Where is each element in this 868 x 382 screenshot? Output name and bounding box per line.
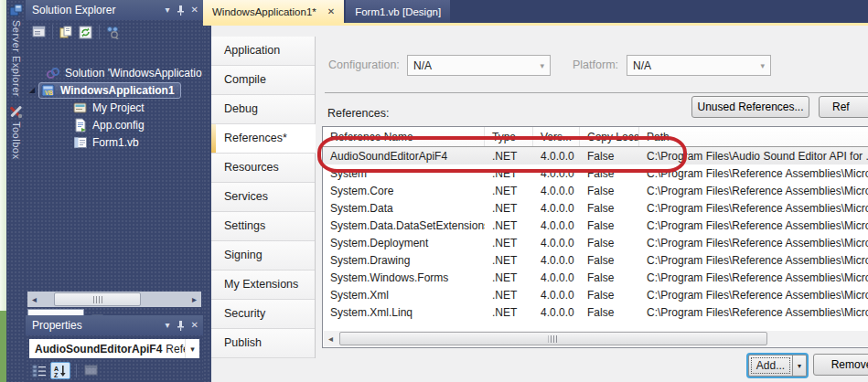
document-area: WindowsApplication1* ✕ Form1.vb [Design]…	[203, 0, 868, 382]
cell-version: 4.0.0.0	[533, 306, 580, 319]
document-tabstrip: WindowsApplication1* ✕ Form1.vb [Design]	[203, 0, 868, 23]
autohide-tab-bar: Server Explorer Toolbox	[6, 0, 26, 382]
doc-tab-label: Form1.vb [Design]	[355, 6, 441, 17]
tab-services[interactable]: Services	[211, 183, 315, 212]
tree-item-app-config[interactable]: App.config	[26, 116, 203, 133]
table-row[interactable]: System.Data .NET 4.0.0.0 False C:\Progra…	[323, 199, 868, 217]
solution-explorer-titlebar: Solution Explorer ▾ ✕	[26, 0, 203, 20]
tree-item-solution[interactable]: Solution 'WindowsApplicatio	[26, 64, 203, 81]
doc-tab-label: WindowsApplication1*	[212, 6, 316, 17]
window-position-menu-icon[interactable]: ▾	[166, 321, 170, 330]
tab-references[interactable]: References*	[211, 124, 316, 154]
cell-type: .NET	[485, 254, 533, 267]
close-icon[interactable]: ✕	[191, 321, 198, 330]
scrollbar-track[interactable]	[338, 331, 868, 346]
scrollbar-thumb[interactable]	[339, 332, 767, 345]
svg-text:A: A	[54, 366, 59, 372]
properties-object-selector[interactable]: AudioSoundEditorApiF4 Refe ▾	[29, 339, 199, 358]
categorized-icon[interactable]	[29, 362, 49, 379]
properties-toolbar: AZ	[29, 362, 102, 379]
scrollbar-track[interactable]	[41, 292, 188, 307]
chevron-down-icon[interactable]: ▾	[185, 339, 199, 358]
tab-my-extensions[interactable]: My Extensions	[211, 271, 315, 300]
alphabetical-sort-icon[interactable]: AZ	[50, 362, 70, 379]
tab-application[interactable]: Application	[211, 37, 315, 66]
tree-item-form1[interactable]: Form1.vb	[26, 133, 203, 151]
column-header-type[interactable]: Type	[485, 127, 533, 146]
close-icon[interactable]: ✕	[191, 5, 198, 15]
table-row[interactable]: System.Drawing .NET 4.0.0.0 False C:\Pro…	[323, 252, 868, 270]
column-header-version[interactable]: Vers...	[533, 127, 580, 146]
solution-icon	[46, 66, 60, 80]
column-header-copy-local[interactable]: Copy Local	[580, 127, 639, 146]
scrollbar-thumb[interactable]	[54, 292, 141, 306]
table-row[interactable]: System.Windows.Forms .NET 4.0.0.0 False …	[323, 270, 868, 287]
cell-version: 4.0.0.0	[533, 150, 580, 163]
column-header-path[interactable]: Path	[639, 127, 868, 146]
cell-type: .NET	[485, 185, 533, 197]
solution-explorer-hscrollbar[interactable]: ◂ ▸	[27, 292, 201, 307]
platform-value: N/A	[633, 59, 651, 72]
autohide-tab-server-explorer[interactable]: Server Explorer	[11, 20, 22, 97]
scroll-right-arrow-icon[interactable]: ▸	[188, 294, 201, 304]
cell-reference-name: System.Windows.Forms	[323, 271, 485, 284]
refresh-icon[interactable]	[77, 24, 95, 41]
cell-type: .NET	[485, 202, 533, 215]
tree-item-my-project[interactable]: My Project	[26, 99, 203, 116]
toolbar-separator	[99, 25, 100, 39]
configuration-value: N/A	[413, 59, 432, 72]
close-tab-icon[interactable]: ✕	[327, 6, 335, 16]
solution-explorer-panel: Solution Explorer ▾ ✕	[26, 0, 203, 315]
tab-security[interactable]: Security	[211, 300, 315, 329]
properties-window-icon[interactable]	[30, 24, 48, 41]
remove-button[interactable]: Remove	[813, 354, 868, 376]
add-split-button: Add... ▾	[746, 353, 809, 378]
cell-reference-name: System.Xml	[323, 289, 485, 302]
toolbar-separator	[52, 25, 53, 39]
tree-item-label: App.config	[92, 119, 145, 132]
pin-icon[interactable]	[177, 321, 185, 331]
scroll-left-arrow-icon[interactable]: ◂	[27, 294, 41, 304]
add-button[interactable]: Add...	[748, 355, 793, 377]
doc-tab-windowsapplication1[interactable]: WindowsApplication1* ✕	[203, 0, 344, 23]
scroll-left-arrow-icon[interactable]: ◂	[324, 334, 338, 344]
references-table-header: Reference Name Type Vers... Copy Local P…	[323, 127, 868, 147]
cell-type: .NET	[485, 289, 533, 302]
tree-item-project[interactable]: ◢ VB WindowsApplication1	[26, 81, 203, 99]
desktop-edge-strip-bottom	[0, 311, 6, 382]
tab-resources[interactable]: Resources	[211, 154, 315, 183]
table-row[interactable]: System .NET 4.0.0.0 False C:\Program Fil…	[323, 164, 868, 182]
tab-signing[interactable]: Signing	[211, 241, 315, 271]
table-row[interactable]: System.Core .NET 4.0.0.0 False C:\Progra…	[323, 182, 868, 199]
window-position-menu-icon[interactable]: ▾	[166, 5, 170, 15]
expander-icon[interactable]: ◢	[27, 86, 37, 94]
tab-compile[interactable]: Compile	[211, 66, 315, 95]
cell-copy-local: False	[580, 150, 639, 163]
my-project-icon	[73, 101, 88, 115]
platform-label: Platform:	[573, 58, 618, 71]
tab-debug[interactable]: Debug	[211, 95, 315, 124]
svg-text:VB: VB	[45, 89, 53, 95]
view-class-diagram-icon[interactable]	[103, 24, 122, 41]
cell-copy-local: False	[580, 289, 639, 302]
doc-tab-form1-design[interactable]: Form1.vb [Design]	[346, 0, 450, 23]
table-row[interactable]: System.Xml.Linq .NET 4.0.0.0 False C:\Pr…	[323, 304, 868, 322]
pin-icon[interactable]	[177, 5, 185, 16]
tab-publish[interactable]: Publish	[211, 329, 315, 358]
unused-references-button[interactable]: Unused References...	[691, 96, 809, 118]
references-table-hscrollbar[interactable]: ◂	[324, 331, 868, 346]
autohide-tab-toolbox[interactable]: Toolbox	[11, 122, 22, 159]
table-row[interactable]: System.Deployment .NET 4.0.0.0 False C:\…	[323, 234, 868, 251]
add-dropdown-arrow-icon[interactable]: ▾	[793, 355, 807, 377]
cell-path: C:\Program Files\Reference Assemblies\Mi…	[639, 202, 868, 215]
cell-copy-local: False	[580, 219, 639, 232]
cell-path: C:\Program Files\Audio Sound Editor API …	[639, 150, 868, 163]
column-header-reference-name[interactable]: Reference Name	[323, 127, 485, 146]
table-row[interactable]: System.Data.DataSetExtensions .NET 4.0.0…	[323, 217, 868, 234]
table-row[interactable]: System.Xml .NET 4.0.0.0 False C:\Program…	[323, 287, 868, 304]
show-all-files-icon[interactable]	[57, 24, 75, 41]
tab-settings[interactable]: Settings	[211, 212, 315, 241]
table-row[interactable]: AudioSoundEditorApiF4 .NET 4.0.0.0 False…	[323, 147, 868, 164]
reference-paths-button[interactable]: Ref	[819, 96, 868, 118]
cell-path: C:\Program Files\Reference Assemblies\Mi…	[639, 254, 868, 267]
